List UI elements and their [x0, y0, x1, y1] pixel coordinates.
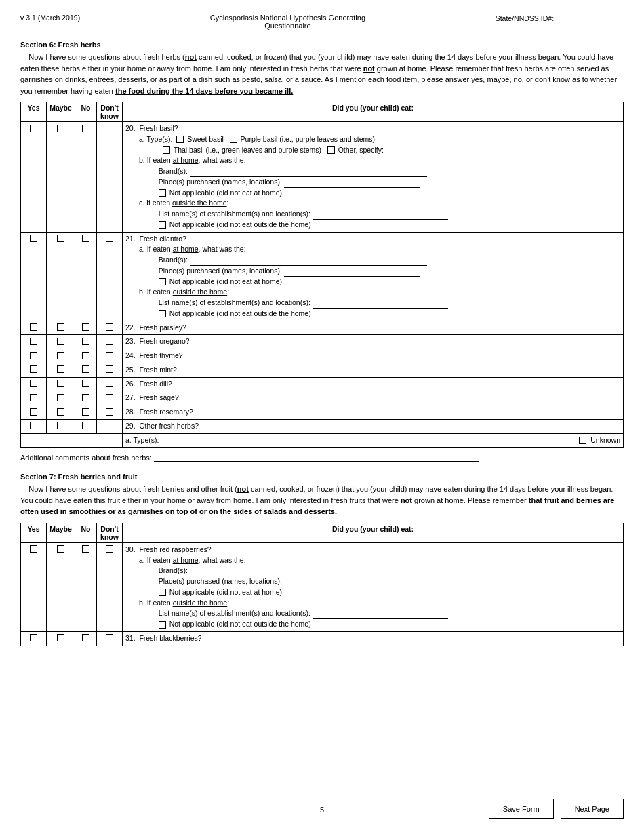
no-checkbox-29[interactable] [75, 419, 97, 433]
na-athome-21-cb[interactable] [159, 278, 166, 285]
question-29: 29. Other fresh herbs? [123, 419, 624, 433]
maybe-checkbox-22[interactable] [47, 321, 75, 335]
no-checkbox-31[interactable] [75, 631, 97, 646]
establishment-21-field[interactable] [313, 300, 448, 309]
dk-checkbox-23[interactable] [97, 335, 123, 349]
dk-checkbox-22[interactable] [97, 321, 123, 335]
table-row-29-sub: a. Type(s): Unknown [21, 433, 624, 448]
type-sweet-basil-cb[interactable] [176, 136, 184, 143]
maybe-checkbox-30[interactable] [47, 542, 75, 631]
section6: Section 6: Fresh herbs Now I have some q… [20, 41, 624, 462]
other-basil-field[interactable] [386, 146, 521, 155]
brand-20-field[interactable] [190, 168, 427, 177]
maybe-checkbox-28[interactable] [47, 405, 75, 420]
yes-checkbox-28[interactable] [21, 405, 47, 420]
no-checkbox-22[interactable] [75, 321, 97, 335]
type-other-basil-cb[interactable] [327, 146, 335, 154]
maybe-checkbox-24[interactable] [47, 349, 75, 363]
question-24: 24. Fresh thyme? [123, 349, 624, 363]
table-row: 29. Other fresh herbs? [21, 419, 624, 433]
na-athome-30-cb[interactable] [159, 589, 166, 596]
question-28: 28. Fresh rosemary? [123, 405, 624, 420]
yes-checkbox-26[interactable] [21, 377, 47, 391]
type-purple-basil-cb[interactable] [230, 136, 237, 143]
maybe-checkbox-26[interactable] [47, 377, 75, 391]
table-row: 25. Fresh mint? [21, 363, 624, 377]
brand-21-field[interactable] [190, 257, 427, 266]
dk-checkbox-28[interactable] [97, 405, 123, 420]
section6-title: Section 6: Fresh herbs [20, 41, 624, 49]
na-outside-20-cb[interactable] [159, 221, 166, 229]
no-checkbox-30[interactable] [75, 542, 97, 631]
establishment-20-field[interactable] [313, 211, 448, 220]
s7-col-header-question: Did you (your child) eat: [123, 523, 624, 542]
na-outside-30-cb[interactable] [159, 621, 166, 629]
maybe-checkbox-20[interactable] [47, 122, 75, 233]
yes-checkbox-31[interactable] [21, 631, 47, 646]
dk-checkbox-29[interactable] [97, 419, 123, 433]
col-header-dk: Don't know [97, 102, 123, 122]
maybe-checkbox-21[interactable] [47, 232, 75, 321]
yes-checkbox-24[interactable] [21, 349, 47, 363]
no-checkbox-23[interactable] [75, 335, 97, 349]
table-row: 23. Fresh oregano? [21, 335, 624, 349]
question-23: 23. Fresh oregano? [123, 335, 624, 349]
no-checkbox-27[interactable] [75, 391, 97, 405]
next-page-button[interactable]: Next Page [561, 799, 624, 819]
no-checkbox-24[interactable] [75, 349, 97, 363]
types-29-field[interactable] [161, 437, 432, 445]
section6-intro: Now I have some questions about fresh he… [20, 52, 624, 96]
table-row: 26. Fresh dill? [21, 377, 624, 391]
s7-col-header-yes: Yes [21, 523, 47, 542]
na-athome-20-cb[interactable] [159, 189, 166, 197]
section7-table: Yes Maybe No Don't know Did you (your ch… [20, 523, 624, 646]
dk-checkbox-30[interactable] [97, 542, 123, 631]
no-checkbox-21[interactable] [75, 232, 97, 321]
places-30-field[interactable] [284, 578, 420, 587]
yes-checkbox-20[interactable] [21, 122, 47, 233]
establishment-30-field[interactable] [313, 610, 448, 619]
section7-title: Section 7: Fresh berries and fruit [20, 473, 624, 481]
table-row: 28. Fresh rosemary? [21, 405, 624, 420]
unknown-29-cb[interactable] [579, 437, 586, 444]
table-row: 24. Fresh thyme? [21, 349, 624, 363]
dk-checkbox-20[interactable] [97, 122, 123, 233]
yes-checkbox-21[interactable] [21, 232, 47, 321]
dk-checkbox-31[interactable] [97, 631, 123, 646]
yes-checkbox-30[interactable] [21, 542, 47, 631]
no-checkbox-26[interactable] [75, 377, 97, 391]
yes-checkbox-22[interactable] [21, 321, 47, 335]
maybe-checkbox-23[interactable] [47, 335, 75, 349]
places-21-field[interactable] [284, 268, 420, 277]
no-checkbox-25[interactable] [75, 363, 97, 377]
maybe-checkbox-31[interactable] [47, 631, 75, 646]
question-29-sub: a. Type(s): Unknown [123, 433, 624, 448]
yes-checkbox-27[interactable] [21, 391, 47, 405]
maybe-checkbox-29[interactable] [47, 419, 75, 433]
dk-checkbox-27[interactable] [97, 391, 123, 405]
save-form-button[interactable]: Save Form [489, 799, 554, 819]
dk-checkbox-25[interactable] [97, 363, 123, 377]
additional-comments-section6: Additional comments about fresh herbs: [20, 453, 624, 462]
brand-30-field[interactable] [190, 568, 325, 576]
s7-col-header-maybe: Maybe [47, 523, 75, 542]
state-id-field[interactable] [556, 14, 624, 22]
yes-checkbox-23[interactable] [21, 335, 47, 349]
section7: Section 7: Fresh berries and fruit Now I… [20, 473, 624, 646]
section7-intro: Now I have some questions about fresh be… [20, 483, 624, 517]
additional-comments-field-s6[interactable] [154, 453, 479, 462]
yes-checkbox-29[interactable] [21, 419, 47, 433]
dk-checkbox-21[interactable] [97, 232, 123, 321]
dk-checkbox-26[interactable] [97, 377, 123, 391]
maybe-checkbox-27[interactable] [47, 391, 75, 405]
no-checkbox-28[interactable] [75, 405, 97, 420]
maybe-checkbox-25[interactable] [47, 363, 75, 377]
dk-checkbox-24[interactable] [97, 349, 123, 363]
type-thai-basil-cb[interactable] [163, 146, 170, 154]
yes-checkbox-25[interactable] [21, 363, 47, 377]
na-outside-21-cb[interactable] [159, 310, 166, 317]
places-20-field[interactable] [284, 179, 420, 188]
no-checkbox-20[interactable] [75, 122, 97, 233]
s7-col-header-no: No [75, 523, 97, 542]
question-27: 27. Fresh sage? [123, 391, 624, 405]
